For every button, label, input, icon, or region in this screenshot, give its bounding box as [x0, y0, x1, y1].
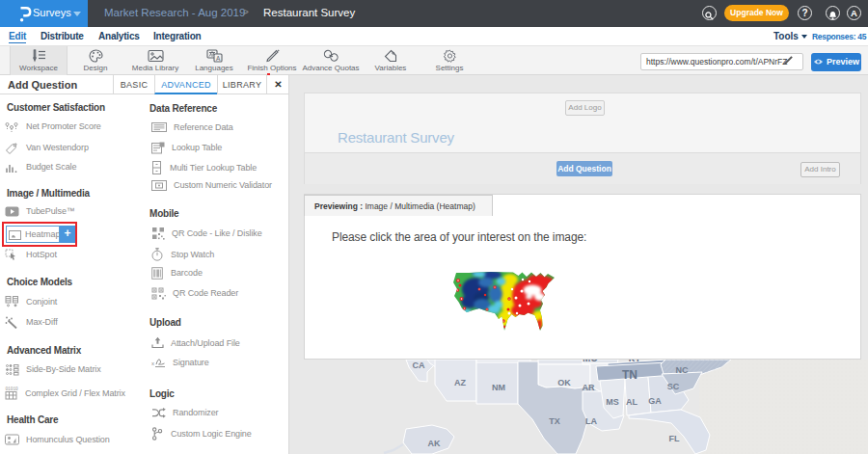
svg-text:TX: TX — [549, 416, 560, 426]
svg-text:LA: LA — [585, 416, 597, 426]
svg-text:KY: KY — [629, 360, 641, 363]
svg-text:GA: GA — [648, 396, 662, 406]
svg-text:CA: CA — [413, 361, 425, 370]
svg-text:OK: OK — [557, 378, 571, 387]
svg-text:MS: MS — [606, 397, 619, 407]
svg-text:AL: AL — [626, 397, 637, 407]
svg-text:SC: SC — [667, 382, 680, 391]
svg-text:010: 010 — [6, 387, 14, 391]
svg-text:AK: AK — [428, 439, 441, 448]
svg-text:NM: NM — [492, 383, 505, 392]
svg-text:TN: TN — [622, 368, 637, 382]
svg-text:MO: MO — [583, 360, 598, 363]
svg-text:10: 10 — [14, 387, 19, 391]
svg-text:x: x — [151, 361, 154, 366]
svg-text:AR: AR — [583, 383, 595, 392]
svg-text:AZ: AZ — [454, 378, 466, 387]
svg-text:NC: NC — [676, 365, 689, 375]
svg-text:A: A — [216, 55, 221, 62]
svg-text:FL: FL — [669, 434, 680, 443]
